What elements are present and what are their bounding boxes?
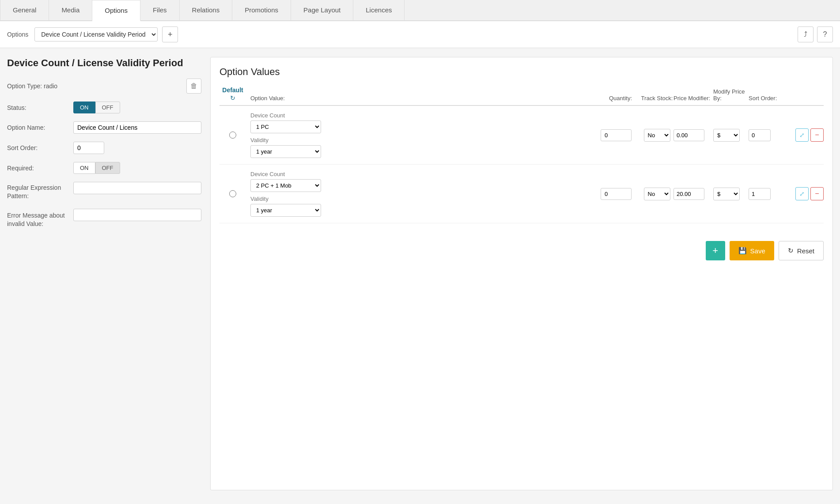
options-bar: Options Device Count / License Validity … xyxy=(0,21,840,48)
row1-validity-select[interactable]: 1 year 2 years 3 years xyxy=(250,145,321,158)
tab-general[interactable]: General xyxy=(0,0,49,20)
row2-quantity-input[interactable] xyxy=(601,188,632,200)
delete-option-button[interactable]: 🗑 xyxy=(186,79,201,94)
row2-expand-button[interactable]: ⤢ xyxy=(795,187,809,200)
error-msg-label: Error Message about invalid Value: xyxy=(7,209,73,229)
header-option-value: Option Value: xyxy=(246,95,601,102)
error-msg-row: Error Message about invalid Value: xyxy=(7,209,201,229)
reset-button[interactable]: ↻ Reset xyxy=(779,241,824,260)
option-name-input[interactable] xyxy=(73,121,201,134)
sort-order-label: Sort Order: xyxy=(7,142,73,151)
header-quantity: Quantity: xyxy=(601,95,640,102)
status-label: Status: xyxy=(7,102,73,111)
regex-label: Regular Expression Pattern: xyxy=(7,182,73,201)
save-label: Save xyxy=(750,247,765,255)
left-panel: Device Count / License Validity Period O… xyxy=(7,57,210,490)
row2-default-radio[interactable] xyxy=(229,190,236,197)
error-msg-input[interactable] xyxy=(73,209,201,221)
row2-price-modifier-input[interactable] xyxy=(674,188,704,200)
minus-icon: − xyxy=(815,131,819,139)
option-name-label: Option Name: xyxy=(7,121,73,131)
tab-page-layout[interactable]: Page Layout xyxy=(291,0,353,20)
header-refresh-icon[interactable]: ↻ xyxy=(230,94,235,102)
trash-icon: 🗑 xyxy=(190,82,197,90)
row1-quantity-input[interactable] xyxy=(601,129,632,141)
row2-device-count-select[interactable]: 1 PC 2 PC + 1 Mob 3 PC xyxy=(250,179,321,192)
minus-icon: − xyxy=(815,190,819,198)
right-panel-title: Option Values xyxy=(219,66,824,78)
option-type-row: Option Type: radio 🗑 xyxy=(7,79,201,94)
option-type-label: Option Type: radio xyxy=(7,83,57,90)
tab-files[interactable]: Files xyxy=(140,0,180,20)
row1-price-modifier-input[interactable] xyxy=(674,129,704,141)
save-button[interactable]: 💾 Save xyxy=(730,241,774,260)
regex-row: Regular Expression Pattern: xyxy=(7,182,201,201)
required-off-button[interactable]: OFF xyxy=(95,162,120,174)
tab-media[interactable]: Media xyxy=(49,0,92,20)
header-modify-price-by: Modify Price By: xyxy=(713,88,749,102)
required-row: Required: ON OFF xyxy=(7,162,201,174)
row2-validity-select[interactable]: 1 year 2 years 3 years xyxy=(250,204,321,217)
status-off-button[interactable]: OFF xyxy=(95,102,120,113)
row2-validity-label: Validity xyxy=(250,196,601,202)
tab-promotions[interactable]: Promotions xyxy=(232,0,291,20)
status-on-button[interactable]: ON xyxy=(73,102,95,113)
share-icon: ⤴ xyxy=(804,30,807,38)
options-bar-label: Options xyxy=(7,31,28,38)
row1-modify-by-select[interactable]: $ % xyxy=(713,129,740,142)
help-icon: ? xyxy=(823,30,827,38)
row2-device-count-label: Device Count xyxy=(250,171,601,177)
row2-sort-input[interactable] xyxy=(749,188,771,200)
reset-icon: ↻ xyxy=(788,247,794,255)
table-row: Device Count 1 PC 2 PC + 1 Mob 3 PC Vali… xyxy=(219,106,824,165)
add-icon: + xyxy=(712,245,718,256)
row1-remove-button[interactable]: − xyxy=(810,128,824,142)
add-row-button[interactable]: + xyxy=(706,241,725,260)
tab-options[interactable]: Options xyxy=(92,0,140,21)
header-default-label: Default xyxy=(222,87,243,94)
tab-licences[interactable]: Licences xyxy=(353,0,405,20)
status-toggle: ON OFF xyxy=(73,102,201,113)
regex-input[interactable] xyxy=(73,182,201,194)
bottom-buttons: + 💾 Save ↻ Reset xyxy=(219,234,824,260)
row1-expand-button[interactable]: ⤢ xyxy=(795,128,809,142)
table-row: Device Count 1 PC 2 PC + 1 Mob 3 PC Vali… xyxy=(219,165,824,223)
option-values-header: Default ↻ Option Value: Quantity: Track … xyxy=(219,87,824,106)
add-option-button[interactable]: + xyxy=(162,26,178,42)
right-panel: Option Values Default ↻ Option Value: Qu… xyxy=(210,57,833,490)
option-name-row: Option Name: xyxy=(7,121,201,134)
row2-modify-by-select[interactable]: $ % xyxy=(713,188,740,200)
save-icon: 💾 xyxy=(738,247,747,255)
help-button[interactable]: ? xyxy=(817,26,833,42)
header-sort-order: Sort Order: xyxy=(749,95,788,102)
row2-track-select[interactable]: No Yes xyxy=(644,188,670,200)
row2-remove-button[interactable]: − xyxy=(810,187,824,200)
row1-validity-label: Validity xyxy=(250,137,601,143)
tab-relations[interactable]: Relations xyxy=(180,0,233,20)
sort-order-row: Sort Order: xyxy=(7,142,201,154)
panel-title: Device Count / License Validity Period xyxy=(7,57,201,70)
required-toggle: ON OFF xyxy=(73,162,201,174)
required-label: Required: xyxy=(7,162,73,172)
options-dropdown[interactable]: Device Count / License Validity Period xyxy=(34,27,158,41)
required-on-button[interactable]: ON xyxy=(73,162,95,174)
expand-icon: ⤢ xyxy=(799,132,805,139)
share-button[interactable]: ⤴ xyxy=(798,26,814,42)
tabs-bar: General Media Options Files Relations Pr… xyxy=(0,0,840,21)
row1-device-count-label: Device Count xyxy=(250,112,601,119)
row1-device-count-select[interactable]: 1 PC 2 PC + 1 Mob 3 PC xyxy=(250,120,321,133)
sort-order-input[interactable] xyxy=(73,142,104,154)
row1-sort-input[interactable] xyxy=(749,129,771,141)
reset-label: Reset xyxy=(797,247,814,255)
row1-default-radio[interactable] xyxy=(229,132,236,139)
status-row: Status: ON OFF xyxy=(7,102,201,113)
row1-track-select[interactable]: No Yes xyxy=(644,129,670,142)
expand-icon: ⤢ xyxy=(799,190,805,197)
header-track-stock: Track Stock: xyxy=(640,95,674,102)
header-price-modifier: Price Modifier: xyxy=(674,95,713,102)
main-content: Device Count / License Validity Period O… xyxy=(0,48,840,499)
